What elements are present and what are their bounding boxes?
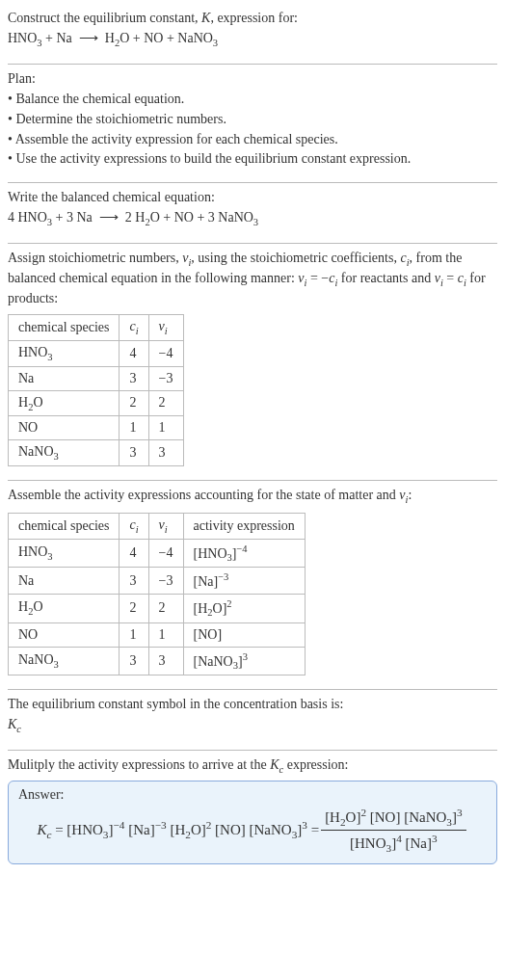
cell-vi: −3 [148,568,183,595]
divider [8,182,497,183]
answer-box: Answer: Kc = [HNO3]−4 [Na]−3 [H2O]2 [NO]… [8,781,497,864]
table-row: Na 3 −3 [9,366,184,390]
plan-section: Plan: • Balance the chemical equation. •… [8,70,497,169]
cell-ci: 1 [120,416,148,440]
col-ci: ci [120,315,148,341]
col-species: chemical species [9,514,120,540]
cell-vi: 2 [148,595,183,622]
activity-table: chemical species ci νi activity expressi… [8,513,306,675]
divider [8,750,497,751]
assign-section: Assign stoichiometric numbers, νi, using… [8,250,497,466]
answer-equation: Kc = [HNO3]−4 [Na]−3 [H2O]2 [NO] [NaNO3]… [18,807,487,854]
table-row: H2O 2 2 [9,390,184,416]
table-row: Na 3 −3 [Na]−3 [9,568,306,595]
plan-step: • Use the activity expressions to build … [8,150,497,169]
cell-ci: 3 [120,366,148,390]
cell-species: NO [9,622,120,647]
cell-vi: −3 [148,366,183,390]
cell-species: H2O [9,595,120,622]
table-row: NO 1 1 [9,416,184,440]
divider [8,243,497,244]
unbalanced-equation: HNO3 + Na ⟶ H2O + NO + NaNO3 [8,30,497,50]
assign-text: Assign stoichiometric numbers, νi, using… [8,250,497,308]
cell-species: HNO3 [9,340,120,366]
cell-ci: 3 [120,440,148,466]
table-row: HNO3 4 −4 [HNO3]−4 [9,539,306,567]
cell-vi: 3 [148,440,183,466]
divider [8,480,497,481]
cell-species: Na [9,568,120,595]
cell-ci: 3 [120,647,148,675]
multiply-section: Mulitply the activity expressions to arr… [8,756,497,864]
table-row: NaNO3 3 3 [9,440,184,466]
cell-ci: 4 [120,340,148,366]
cell-ci: 3 [120,568,148,595]
basis-symbol: Kc [8,716,497,736]
cell-species: HNO3 [9,539,120,567]
cell-activity: [NO] [183,622,305,647]
plan-step: • Balance the chemical equation. [8,91,497,109]
answer-lhs: Kc = [HNO3]−4 [Na]−3 [H2O]2 [NO] [NaNO3]… [37,819,319,840]
fraction-denominator: [HNO3]4 [Na]3 [346,831,441,854]
table-header-row: chemical species ci νi [9,315,184,341]
stoichiometric-table: chemical species ci νi HNO3 4 −4 Na 3 −3… [8,314,184,466]
cell-vi: 1 [148,416,183,440]
col-vi: νi [148,315,183,341]
cell-vi: 2 [148,390,183,416]
table-header-row: chemical species ci νi activity expressi… [9,514,306,540]
cell-species: Na [9,366,120,390]
divider [8,64,497,65]
cell-activity: [Na]−3 [183,568,305,595]
col-activity: activity expression [183,514,305,540]
cell-ci: 4 [120,539,148,567]
cell-species: H2O [9,390,120,416]
basis-heading: The equilibrium constant symbol in the c… [8,696,497,714]
cell-vi: 3 [148,647,183,675]
divider [8,689,497,690]
cell-vi: 1 [148,622,183,647]
cell-ci: 2 [120,595,148,622]
cell-ci: 2 [120,390,148,416]
balanced-heading: Write the balanced chemical equation: [8,189,497,207]
table-row: HNO3 4 −4 [9,340,184,366]
balanced-equation-section: Write the balanced chemical equation: 4 … [8,189,497,229]
fraction-numerator: [H2O]2 [NO] [NaNO3]3 [321,807,465,831]
multiply-heading: Mulitply the activity expressions to arr… [8,756,497,777]
problem-title: Construct the equilibrium constant, K, e… [8,10,497,28]
cell-species: NaNO3 [9,440,120,466]
cell-vi: −4 [148,539,183,567]
plan-step: • Determine the stoichiometric numbers. [8,111,497,129]
col-ci: ci [120,514,148,540]
table-row: NaNO3 3 3 [NaNO3]3 [9,647,306,675]
basis-section: The equilibrium constant symbol in the c… [8,696,497,736]
cell-vi: −4 [148,340,183,366]
col-species: chemical species [9,315,120,341]
col-vi: νi [148,514,183,540]
answer-fraction: [H2O]2 [NO] [NaNO3]3 [HNO3]4 [Na]3 [321,807,465,854]
assemble-heading: Assemble the activity expressions accoun… [8,487,497,507]
cell-species: NO [9,416,120,440]
cell-ci: 1 [120,622,148,647]
balanced-equation: 4 HNO3 + 3 Na ⟶ 2 H2O + NO + 3 NaNO3 [8,209,497,229]
table-row: NO 1 1 [NO] [9,622,306,647]
answer-label: Answer: [18,787,487,803]
cell-species: NaNO3 [9,647,120,675]
plan-step: • Assemble the activity expression for e… [8,131,497,149]
problem-header: Construct the equilibrium constant, K, e… [8,10,497,50]
cell-activity: [HNO3]−4 [183,539,305,567]
assemble-section: Assemble the activity expressions accoun… [8,487,497,675]
cell-activity: [H2O]2 [183,595,305,622]
plan-heading: Plan: [8,70,497,89]
table-row: H2O 2 2 [H2O]2 [9,595,306,622]
cell-activity: [NaNO3]3 [183,647,305,675]
